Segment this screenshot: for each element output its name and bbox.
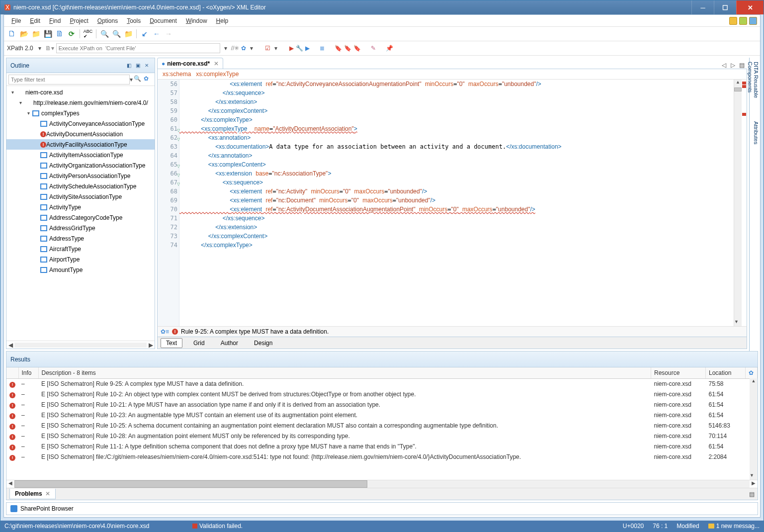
outline-filter-dropdown-icon[interactable]: ▾ — [130, 76, 133, 83]
tree-item[interactable]: ▾ complexTypes — [6, 108, 155, 118]
bottom-tabs-list-icon[interactable]: ▤ — [749, 491, 755, 498]
tree-item[interactable]: ▾ http://release.niem.gov/niem/niem-core… — [6, 97, 155, 108]
results-col-desc[interactable]: Description - 8 items — [38, 367, 651, 378]
tree-item[interactable]: AddressGridType — [6, 223, 155, 233]
reload-button[interactable]: ⟳ — [67, 29, 77, 39]
editor-tab-niem-core[interactable]: ● niem-core.xsd* ✕ — [157, 58, 223, 69]
outline-horizontal-scrollbar[interactable]: ◀▶ — [6, 341, 155, 349]
print-button[interactable]: 🗎 — [55, 29, 65, 39]
tree-item[interactable]: AmountType — [6, 265, 155, 275]
new-file-button[interactable]: 🗋 — [7, 29, 17, 39]
tree-item[interactable]: ActivityType — [6, 202, 155, 212]
menu-find[interactable]: Find — [45, 16, 65, 25]
results-vertical-scrollbar[interactable]: ▲▼ — [750, 378, 758, 480]
menu-project[interactable]: Project — [65, 16, 92, 25]
tab-list-icon[interactable]: ▤ — [738, 62, 745, 69]
menu-help[interactable]: Help — [212, 16, 233, 25]
results-row[interactable]: !–E [ISO Schematron] Rule 10-2: An objec… — [6, 389, 758, 400]
sidebar-panel-dita-reusable-components[interactable]: DITA Reusable Components — [750, 58, 760, 117]
pin-button[interactable]: 📌 — [386, 45, 393, 52]
results-row[interactable]: !–E [ISO Schematron] Rule 10-21: A type … — [6, 400, 758, 410]
outline-pin-icon[interactable]: ▣ — [134, 62, 142, 70]
results-row[interactable]: !–E [ISO Schematron] Rule 11-1: A type d… — [6, 442, 758, 452]
code-line[interactable]: </xs:complexContent> — [179, 106, 734, 115]
tree-toggle-icon[interactable]: ▾ — [8, 89, 16, 95]
xpath-version-label[interactable]: XPath 2.0 — [7, 45, 34, 52]
results-row[interactable]: !–E [ISO Schematron] Rule 10-25: A schem… — [6, 421, 758, 431]
code-line[interactable]: <xs:element ref="nc:Activity" minOccurs=… — [179, 187, 734, 196]
code-line[interactable]: <xs:element ref="nc:ActivityConveyanceAs… — [179, 80, 734, 89]
status-messages[interactable]: 1 new messag... — [708, 523, 760, 530]
results-col-loc[interactable]: Location — [706, 367, 746, 378]
code-line[interactable]: </xs:complexType> — [179, 115, 734, 124]
transform-config-button[interactable]: 🔧 — [296, 45, 303, 52]
results-row[interactable]: !–E [ISO Schematron] Rule 10-28: An augm… — [6, 431, 758, 442]
results-col-info[interactable]: Info — [18, 367, 38, 378]
code-line[interactable]: <xs:complexContent> — [179, 160, 734, 169]
save-button[interactable]: 💾 — [43, 29, 53, 39]
code-line[interactable]: <xs:sequence> — [179, 178, 734, 187]
transform-button[interactable]: ▶ — [289, 45, 294, 52]
tree-toggle-icon[interactable]: ▾ — [16, 100, 24, 105]
outline-search-icon[interactable]: 🔍 — [134, 75, 143, 84]
tab-problems[interactable]: Problems ✕ — [9, 489, 56, 499]
mode-text[interactable]: Text — [161, 338, 182, 348]
code-line[interactable]: <xs:annotation> — [179, 133, 734, 142]
mode-design[interactable]: Design — [249, 339, 277, 348]
perspective-icon-2[interactable] — [739, 17, 747, 25]
xpath-switch-icon[interactable]: //✳ — [231, 45, 240, 52]
tree-item[interactable]: ActivityItemAssociationType — [6, 150, 155, 160]
xpath-settings-icon[interactable]: ✿ — [241, 45, 246, 52]
mode-author[interactable]: Author — [216, 339, 243, 348]
outline-close-icon[interactable]: ✕ — [143, 62, 151, 70]
next-bookmark-button[interactable]: 🔖 — [344, 45, 351, 52]
forward-button[interactable]: → — [164, 29, 173, 39]
menu-options[interactable]: Options — [93, 16, 122, 25]
indent-button[interactable]: ≣ — [320, 45, 325, 52]
code-line[interactable]: </xs:annotation> — [179, 151, 734, 160]
code-line[interactable]: <xs:element ref="nc:Document" minOccurs=… — [179, 196, 734, 205]
tree-item[interactable]: AddressType — [6, 233, 155, 244]
tree-item[interactable]: ActivityOrganizationAssociationType — [6, 160, 155, 171]
breadcrumb-item-2[interactable]: xs:complexType — [196, 71, 239, 78]
tree-item[interactable]: ! ActivityDocumentAssociation — [6, 129, 155, 139]
edit-button[interactable]: ✎ — [371, 45, 376, 52]
code-line[interactable]: </xs:sequence> — [179, 89, 734, 97]
xpath-version-dropdown-icon[interactable]: ▾ — [36, 45, 43, 52]
results-row[interactable]: !–E [ISO Schematron] file:/C:/git/niem-r… — [6, 452, 758, 462]
menu-file[interactable]: File — [7, 16, 25, 25]
tab-close-icon[interactable]: ✕ — [214, 60, 219, 67]
prev-bookmark-button[interactable]: 🔖 — [353, 45, 361, 52]
tab-nav-next-icon[interactable]: ▷ — [729, 62, 736, 69]
results-col-actions[interactable]: ✿ — [746, 367, 758, 378]
perspective-icon-3[interactable] — [749, 17, 757, 25]
open-file-button[interactable]: 📂 — [19, 29, 29, 39]
tree-item[interactable]: ! ActivityFacilityAssociationType — [6, 139, 155, 150]
bookmark-button[interactable]: 🔖 — [335, 45, 342, 52]
window-minimize-button[interactable]: ─ — [691, 0, 714, 14]
editor-gutter[interactable]: 565758596061▽62▽636465▽66▽67▽68697071727… — [158, 80, 179, 326]
code-line[interactable]: <xs:complexType name="ActivityDocumentAs… — [179, 124, 734, 133]
outline-undock-icon[interactable]: ◧ — [125, 62, 133, 70]
code-line[interactable]: </xs:sequence> — [179, 214, 734, 223]
menu-document[interactable]: Document — [145, 16, 181, 25]
code-line[interactable]: </xs:complexContent> — [179, 232, 734, 241]
perspective-icon-1[interactable] — [729, 17, 737, 25]
outline-filter-input[interactable] — [8, 75, 130, 85]
tree-item[interactable]: AircraftType — [6, 244, 155, 254]
editor-vertical-scrollbar[interactable]: ▲ ▼ — [734, 80, 742, 326]
tree-item[interactable]: ActivityScheduleAssociationType — [6, 181, 155, 191]
sidebar-panel-attributes[interactable]: Attributes — [750, 117, 760, 177]
xpath-history-dropdown-icon[interactable]: ▾ — [222, 45, 229, 52]
open-folder-button[interactable]: 📁 — [31, 29, 41, 39]
window-maximize-button[interactable]: ☐ — [714, 0, 736, 14]
tab-nav-prev-icon[interactable]: ◁ — [720, 62, 727, 69]
search-files-button[interactable]: 📁 — [123, 29, 133, 39]
code-line[interactable]: <xs:documentation>A data type for an ass… — [179, 142, 734, 151]
xpath-target-icon[interactable]: 🗎▾ — [45, 45, 54, 52]
xpath-input[interactable] — [56, 43, 220, 53]
transform-scenario-button[interactable]: ▶ — [305, 45, 310, 52]
gear-icon[interactable]: ✿≡ — [161, 328, 169, 335]
back-button[interactable]: ← — [152, 29, 162, 39]
tree-item[interactable]: ▾ niem-core.xsd — [6, 87, 155, 97]
